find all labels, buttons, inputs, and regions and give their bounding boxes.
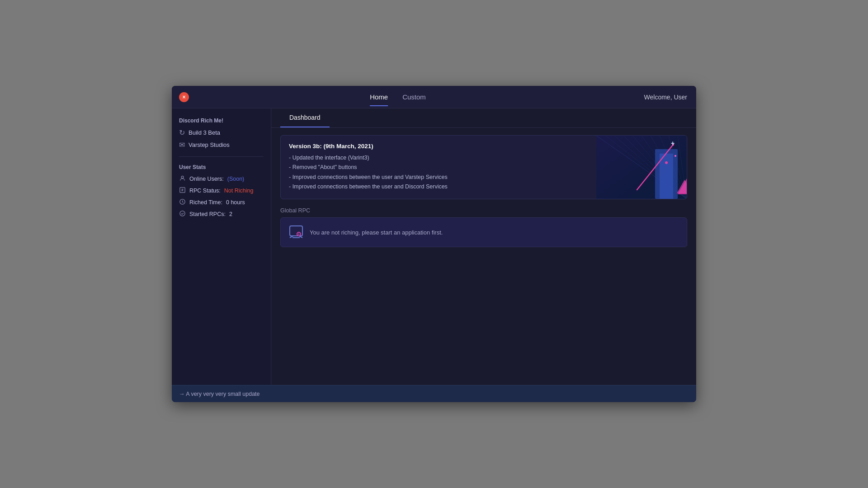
- title-bar: × Home Custom Welcome, User: [172, 86, 696, 108]
- sidebar-varstep-label: Varstep Studios: [189, 141, 230, 148]
- refresh-icon: ↻: [179, 128, 185, 137]
- time-label: Riched Time:: [189, 199, 222, 206]
- svg-point-3: [180, 211, 185, 216]
- svg-point-22: [675, 155, 676, 157]
- user-icon: [179, 175, 186, 183]
- nav-tab-custom[interactable]: Custom: [402, 91, 426, 103]
- svg-rect-16: [660, 154, 673, 199]
- time-value: 0 hours: [226, 199, 245, 206]
- main-content: Discord Rich Me! ↻ Build 3 Beta ✉ Varste…: [172, 108, 696, 385]
- stat-row-rpcs: Started RPCs: 2: [179, 210, 264, 218]
- sidebar-item-varstep: ✉ Varstep Studios: [179, 141, 264, 149]
- sidebar-item-build: ↻ Build 3 Beta: [179, 128, 264, 137]
- dashboard-panel: Dashboard Version 3b: (9th March, 2021) …: [271, 108, 696, 385]
- sidebar: Discord Rich Me! ↻ Build 3 Beta ✉ Varste…: [172, 108, 271, 385]
- check-icon: [179, 210, 186, 218]
- online-label: Online Users:: [189, 176, 224, 182]
- rpc-status-value: Not Riching: [224, 188, 254, 194]
- sidebar-divider: [179, 156, 264, 157]
- footer: → A very very very small update: [172, 385, 696, 402]
- version-card: Version 3b: (9th March, 2021) - Updated …: [280, 135, 687, 199]
- rpc-status-icon: [179, 187, 186, 195]
- online-value: (Soon): [227, 176, 245, 182]
- svg-point-29: [298, 234, 300, 235]
- rpc-box: You are not riching, please start an app…: [280, 217, 687, 247]
- sidebar-build-label: Build 3 Beta: [189, 129, 220, 136]
- dashboard-content: Version 3b: (9th March, 2021) - Updated …: [271, 128, 696, 385]
- stat-row-rpc: RPC Status: Not Riching: [179, 187, 264, 195]
- dashboard-tab-bar: Dashboard: [271, 108, 696, 128]
- rpc-status-label: RPC Status:: [189, 188, 221, 194]
- svg-point-0: [181, 176, 184, 178]
- mail-icon: ✉: [179, 141, 185, 149]
- welcome-text: Welcome, User: [644, 94, 687, 101]
- global-rpc-label: Global RPC: [280, 207, 687, 214]
- version-illustration: +: [596, 136, 687, 199]
- stat-row-time: Riched Time: 0 hours: [179, 198, 264, 206]
- clock-icon: [179, 198, 186, 206]
- rpc-app-icon: [288, 224, 304, 240]
- nav-tab-home[interactable]: Home: [370, 91, 388, 103]
- app-window: × Home Custom Welcome, User Discord Rich…: [172, 86, 696, 402]
- rpcs-value: 2: [229, 211, 232, 217]
- sidebar-stats-section: User Stats: [179, 164, 264, 170]
- svg-text:+: +: [671, 140, 675, 147]
- svg-point-21: [665, 161, 668, 164]
- stat-row-online: Online Users: (Soon): [179, 175, 264, 183]
- sidebar-app-section: Discord Rich Me!: [179, 117, 264, 124]
- rpc-message: You are not riching, please start an app…: [310, 229, 443, 236]
- dashboard-tab[interactable]: Dashboard: [280, 108, 330, 127]
- rpcs-label: Started RPCs:: [189, 211, 226, 217]
- close-button[interactable]: ×: [179, 92, 189, 102]
- footer-text: → A very very very small update: [179, 391, 260, 397]
- nav-tabs: Home Custom: [370, 91, 426, 103]
